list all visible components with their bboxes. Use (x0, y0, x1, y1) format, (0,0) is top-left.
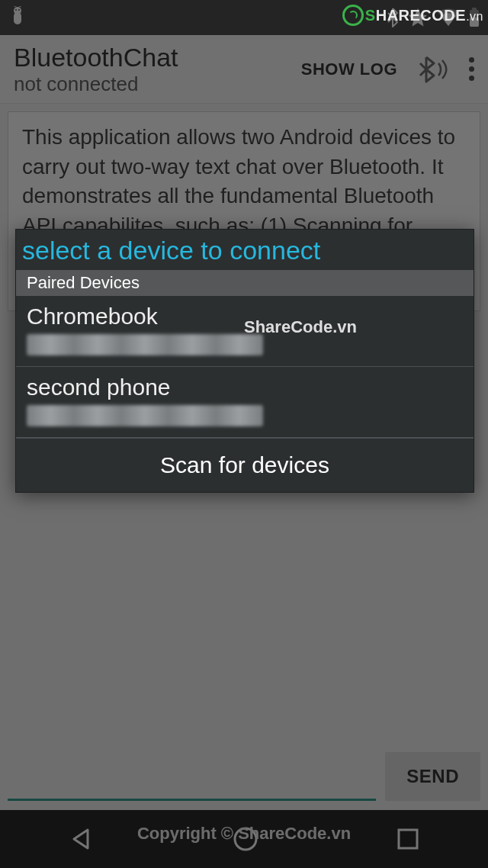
scan-for-devices-button[interactable]: Scan for devices (16, 438, 474, 492)
device-picker-dialog: select a device to connect Paired Device… (15, 229, 474, 493)
device-item[interactable]: Chromebook (16, 296, 474, 367)
dialog-title: select a device to connect (16, 230, 474, 270)
device-address-redacted (27, 334, 263, 355)
device-name: second phone (27, 375, 463, 400)
device-address-redacted (27, 405, 263, 426)
device-item[interactable]: second phone (16, 367, 474, 438)
dialog-section-header: Paired Devices (16, 270, 474, 296)
device-name: Chromebook (27, 304, 463, 330)
